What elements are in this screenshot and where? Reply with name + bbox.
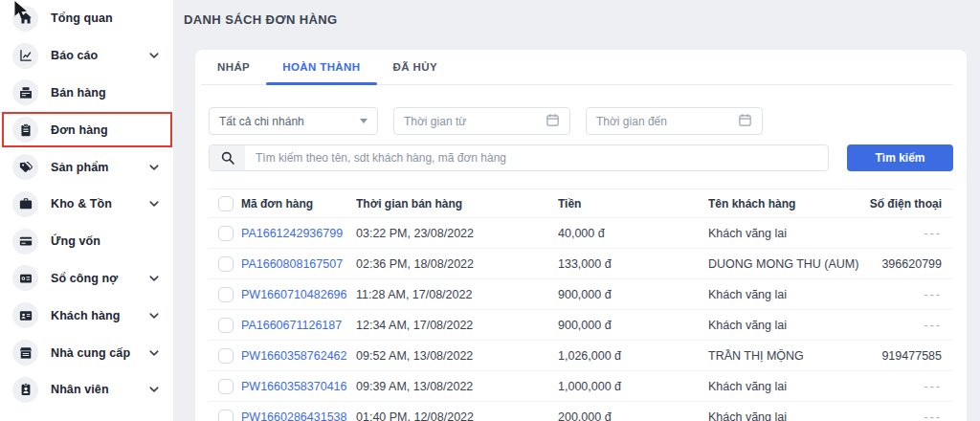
mouse-cursor [14,1,28,23]
table-row: PW166028643153801:40 PM, 12/08/2022200,0… [209,402,953,421]
order-code-link[interactable]: PA1660808167507 [241,257,356,271]
order-code-link[interactable]: PW1660358370416 [241,380,356,393]
table-row: PW166035837041609:39 AM, 13/08/20221,000… [209,371,953,402]
sidebar-item-label: Tổng quan [51,11,113,25]
customer-name: Khách vãng lai [708,288,868,301]
customer-name: DUONG MONG THU (AUM) [708,257,868,271]
order-amount: 40,000 đ [558,227,708,240]
chevron-down-icon [148,198,160,210]
order-code-link[interactable]: PA1661242936799 [241,227,356,240]
row-checkbox[interactable] [218,226,234,241]
order-status-tabs: NHÁPHOÀN THÀNHĐÃ HỦY [201,50,953,85]
order-amount: 1,026,000 đ [558,349,708,363]
credit-card-icon [12,229,38,255]
order-code-link[interactable]: PA1660671126187 [241,319,356,332]
order-time: 09:52 AM, 13/08/2022 [356,349,558,363]
sidebar-item-tags[interactable]: Sản phẩm [0,148,173,186]
calendar-icon [546,113,560,130]
customer-name: Khách vãng lai [708,380,868,393]
sidebar: Tổng quanBáo cáoBán hàngĐơn hàngSản phẩm… [0,0,173,421]
chevron-down-icon [148,273,160,284]
order-code-link[interactable]: PW1660358762462 [241,349,356,363]
chevron-down-icon [148,384,160,395]
checkbox-cell [209,287,241,302]
date-to-input[interactable]: Thời gian đến [586,107,763,135]
row-checkbox[interactable] [218,256,234,272]
order-code-link[interactable]: PW1660286431538 [241,410,356,421]
column-header: Tên khách hàng [708,197,868,210]
sidebar-item-label: Bán hàng [51,86,106,100]
order-time: 11:28 AM, 17/08/2022 [356,288,558,301]
chevron-down-icon [148,162,160,173]
search-button[interactable]: Tìm kiếm [847,144,953,171]
chevron-down-icon [148,347,160,359]
customer-phone: --- [868,227,953,240]
sidebar-item-cash-register[interactable]: Bán hàng [0,75,173,112]
sidebar-item-label: Nhân viên [51,383,109,396]
sidebar-item-id-card[interactable]: Khách hàng [0,297,173,334]
branch-select[interactable]: Tất cả chi nhánh [209,107,378,135]
chevron-down-icon [148,310,160,321]
customer-phone: --- [868,288,953,301]
order-time: 03:22 PM, 23/08/2022 [356,227,558,240]
ledger-icon [12,265,38,291]
sidebar-item-label: Sổ công nợ [51,272,118,285]
sidebar-item-ledger[interactable]: Sổ công nợ [0,260,173,298]
order-amount: 900,000 đ [558,319,708,332]
row-checkbox[interactable] [218,287,234,302]
search-input-wrap [209,144,829,171]
checkbox-cell [209,348,241,364]
sidebar-item-suitcase[interactable]: Kho & Tồn [0,186,173,223]
tab-hoàn-thành[interactable]: HOÀN THÀNH [266,50,376,84]
customer-phone: 396620799 [868,257,953,271]
checkbox-cell [209,196,241,211]
row-checkbox[interactable] [218,410,234,421]
order-time: 12:34 AM, 17/08/2022 [356,319,558,332]
tab-đã-hủy[interactable]: ĐÃ HỦY [377,50,455,84]
customer-phone: --- [868,380,953,393]
row-checkbox[interactable] [218,196,234,211]
checkbox-cell [209,410,241,421]
checkbox-cell [209,318,241,333]
order-time: 02:36 PM, 18/08/2022 [356,257,558,271]
filters-row: Tất cả chi nhánh Thời gian từ Thời gian … [209,107,953,135]
row-checkbox[interactable] [218,348,234,364]
sidebar-item-label: Sản phẩm [51,161,109,174]
sidebar-item-label: Ứng vốn [51,234,100,248]
customer-phone: --- [868,410,953,421]
customer-name: Khách vãng lai [708,319,868,332]
order-time: 09:39 AM, 13/08/2022 [356,380,558,393]
sidebar-item-staff-badge[interactable]: Nhân viên [0,371,173,409]
column-header: Tiền [558,197,708,210]
table-row: PA166080816750702:36 PM, 18/08/2022133,0… [209,249,953,279]
id-card-icon [12,302,38,328]
sidebar-item-label: Báo cáo [51,49,98,62]
customer-name: TRẦN THỊ MỘNG [708,349,868,363]
table-row: PA166067112618712:34 AM, 17/08/2022900,0… [209,310,953,341]
checkbox-cell [209,256,241,272]
table-row: PA166124293679903:22 PM, 23/08/202240,00… [209,218,953,249]
date-from-placeholder: Thời gian từ [404,115,546,128]
sidebar-item-label: Nhà cung cấp [51,346,130,360]
order-code-link[interactable]: PW1660710482696 [241,288,356,301]
orders-table: Mã đơn hàngThời gian bán hàngTiềnTên khá… [209,188,953,421]
sidebar-item-clipboard[interactable]: Đơn hàng [0,111,173,148]
row-checkbox[interactable] [218,379,234,394]
sidebar-item-credit-card[interactable]: Ứng vốn [0,223,173,260]
sidebar-item-store[interactable]: Nhà cung cấp [0,334,173,371]
order-amount: 1,000,000 đ [558,380,708,393]
column-header: Mã đơn hàng [241,197,356,210]
sidebar-item-chart[interactable]: Báo cáo [0,37,173,75]
checkbox-cell [209,226,241,241]
search-input[interactable] [245,145,828,170]
order-time: 01:40 PM, 12/08/2022 [356,410,558,421]
row-checkbox[interactable] [218,318,234,333]
calendar-icon [738,113,752,130]
date-from-input[interactable]: Thời gian từ [393,107,570,135]
table-row: PW166071048269611:28 AM, 17/08/2022900,0… [209,279,953,310]
tab-nháp[interactable]: NHÁP [201,50,266,84]
clipboard-icon [12,117,38,143]
customer-name: Khách vãng lai [708,227,868,240]
search-row: Tìm kiếm [209,144,953,171]
sidebar-item-label: Kho & Tồn [51,197,112,210]
